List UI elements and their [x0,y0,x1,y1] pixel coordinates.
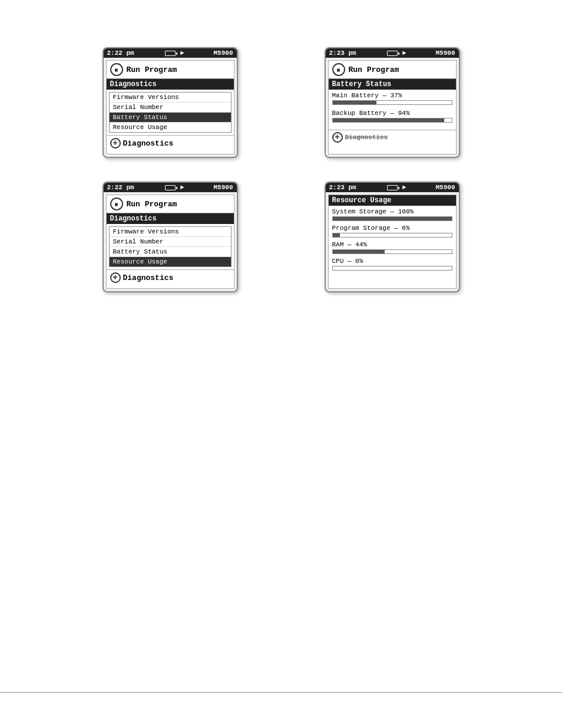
section-bar-bottom-right: Resource Usage [329,195,456,206]
section-bar-top-right: Battery Status [329,79,456,90]
cpu-bar-outer [332,266,452,271]
app-title-top-left: Run Program [127,65,177,74]
battery-icon-tr [387,51,398,56]
menu-item-battery-bl[interactable]: Battery Status [110,247,231,257]
menu-item-firmware-tl[interactable]: Firmware Versions [110,93,231,103]
main-battery-bar-outer [332,100,452,105]
add-icon-tl: + [110,138,121,149]
app-header-top-right: ▩ Run Program [329,61,456,79]
app-icon-bl: ▩ [110,197,123,210]
cpu-label: CPU — 0% [332,258,452,265]
device-model-bottom-right: M5900 [435,184,455,191]
status-bar-top-left: 2:22 pm ► M5900 [104,48,237,58]
screen-top-left: ▩ Run Program Diagnostics Firmware Versi… [106,60,234,154]
battery-status-icon: ► [164,50,184,57]
device-screen-top-right: 2:23 pm ► M5900 ▩ Run Program Battery St… [325,47,460,158]
main-battery-item: Main Battery — 37% [332,92,452,105]
device-model-top-right: M5900 [435,50,455,57]
system-storage-bar-inner [333,217,452,220]
app-title-top-right: Run Program [349,65,399,74]
time-top-left: 2:22 pm [107,50,134,57]
app-title-bottom-left: Run Program [127,200,177,209]
bottom-bar-top-right: + Diagnostics [329,130,456,144]
program-storage-item: Program Storage — 6% [332,225,452,238]
menu-item-resource-bl[interactable]: Resource Usage [110,257,231,266]
screen-bottom-right: Resource Usage System Storage — 100% Pro… [328,195,457,289]
menu-item-serial-bl[interactable]: Serial Number [110,237,231,247]
menu-item-resource-tl[interactable]: Resource Usage [110,123,231,132]
main-battery-bar-inner [333,101,377,104]
program-storage-bar-inner [333,233,340,237]
backup-battery-bar-inner [333,118,445,122]
device-screen-bottom-left: 2:22 pm ► M5900 ▩ Run Program Diagnostic… [103,182,238,292]
battery-content: Main Battery — 37% Backup Battery — 94% [329,90,456,130]
main-battery-label: Main Battery — 37% [332,92,452,99]
status-bar-bottom-right: 2:23 pm ► M5900 [326,183,459,192]
page-bottom-separator [0,692,562,693]
ram-item: RAM — 44% [332,241,452,254]
device-model-bottom-left: M5900 [213,184,233,191]
backup-battery-bar-outer [332,118,452,123]
program-storage-bar-outer [332,233,452,238]
add-icon-bl: + [110,272,121,283]
battery-icon-tl [165,51,176,56]
app-icon-tl: ▩ [110,63,123,76]
program-storage-label: Program Storage — 6% [332,225,452,232]
battery-icon-br [387,185,398,190]
resource-content: System Storage — 100% Program Storage — … [329,206,456,276]
bottom-label-tr: Diagnostics [345,134,388,141]
screen-bottom-left: ▩ Run Program Diagnostics Firmware Versi… [106,195,234,289]
menu-list-bottom-left: Firmware Versions Serial Number Battery … [109,226,232,267]
battery-area-br: ► [386,184,406,191]
add-icon-tr: + [332,132,343,143]
time-top-right: 2:23 pm [329,50,356,57]
time-bottom-right: 2:23 pm [329,184,356,191]
status-bar-bottom-left: 2:22 pm ► M5900 [104,183,237,192]
menu-item-serial-tl[interactable]: Serial Number [110,103,231,113]
battery-icon-bl [165,185,176,190]
ram-bar-outer [332,249,452,254]
backup-battery-label: Backup Battery — 94% [332,110,452,117]
system-storage-bar-outer [332,216,452,221]
screen-top-right: ▩ Run Program Battery Status Main Batter… [328,60,457,154]
menu-item-firmware-bl[interactable]: Firmware Versions [110,227,231,237]
battery-area-bl: ► [164,184,184,191]
app-icon-tr: ▩ [332,63,345,76]
ram-label: RAM — 44% [332,241,452,248]
app-header-bottom-left: ▩ Run Program [107,195,234,213]
system-storage-label: System Storage — 100% [332,208,452,215]
battery-area-tr: ► [386,50,406,57]
backup-battery-item: Backup Battery — 94% [332,110,452,123]
device-screen-top-left: 2:22 pm ► M5900 ▩ Run Program Diagnostic… [103,47,238,158]
time-bottom-left: 2:22 pm [107,184,134,191]
system-storage-item: System Storage — 100% [332,208,452,221]
menu-item-battery-tl[interactable]: Battery Status [110,113,231,123]
section-bar-bottom-left: Diagnostics [107,213,234,224]
device-model-top-left: M5900 [213,50,233,57]
menu-list-top-left: Firmware Versions Serial Number Battery … [109,92,232,133]
bottom-bar-top-left: + Diagnostics [107,135,234,151]
cpu-item: CPU — 0% [332,258,452,271]
device-screen-bottom-right: 2:23 pm ► M5900 Resource Usage System St… [325,182,460,292]
status-bar-top-right: 2:23 pm ► M5900 [326,48,459,58]
bottom-bar-bottom-left: + Diagnostics [107,269,234,285]
app-header-top-left: ▩ Run Program [107,61,234,79]
section-bar-top-left: Diagnostics [107,79,234,90]
ram-bar-inner [333,250,385,253]
